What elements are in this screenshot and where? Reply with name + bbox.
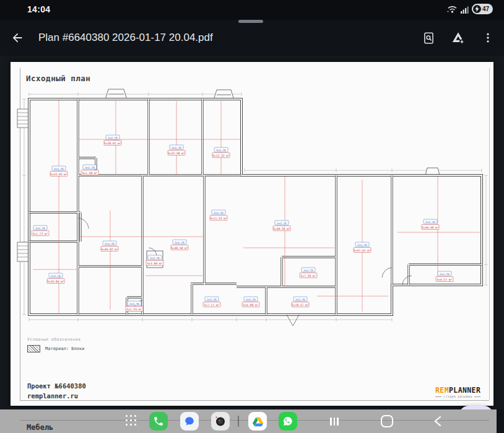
svg-text:h=2.70: h=2.70 <box>105 242 115 245</box>
svg-text:S=7.11 м²: S=7.11 м² <box>204 304 220 307</box>
pdf-page-1[interactable]: Исходный план <box>11 62 493 406</box>
window-symbols <box>105 89 440 175</box>
status-icons: 47 <box>447 4 493 14</box>
svg-text:h=2.70: h=2.70 <box>295 298 305 301</box>
overflow-menu-button[interactable] <box>476 25 500 50</box>
svg-text:S=49.28 м²: S=49.28 м² <box>273 227 290 230</box>
svg-text:S=3.00 м²: S=3.00 м² <box>147 262 163 265</box>
drive-add-icon <box>451 31 465 45</box>
home-button[interactable] <box>380 414 394 428</box>
taskbar: Мебель <box>0 409 497 433</box>
room-label: h=2.70S=28.01 м² <box>104 135 121 146</box>
legend-row: Материал: Блоки <box>27 345 84 352</box>
taskbar-divider <box>238 416 239 427</box>
drive-app-icon[interactable] <box>248 412 267 431</box>
svg-text:S=47.41 м²: S=47.41 м² <box>354 249 371 252</box>
back-arrow-icon <box>11 31 24 45</box>
room-label: h=2.70S=1.72 м² <box>32 225 49 236</box>
svg-text:h=2.70: h=2.70 <box>440 273 450 276</box>
app-drawer-button[interactable] <box>126 415 137 426</box>
clock: 14:04 <box>27 4 50 14</box>
back-chevron-icon <box>433 416 442 427</box>
svg-text:S=16.84 м²: S=16.84 м² <box>47 280 64 283</box>
svg-text:S=28.01 м²: S=28.01 м² <box>104 142 121 145</box>
find-in-page-icon <box>422 32 435 45</box>
legend-material: Материал: Блоки <box>45 346 84 351</box>
svg-text:h=2.70: h=2.70 <box>303 269 313 272</box>
room-label: h=2.70S=4.57 м² <box>436 271 453 282</box>
messages-app-icon[interactable] <box>180 412 199 431</box>
svg-text:S=44.40 м²: S=44.40 м² <box>422 226 439 229</box>
svg-text:h=2.70: h=2.70 <box>216 149 226 152</box>
room-label: h=2.70S=48.58 м² <box>171 240 188 250</box>
svg-text:h=2.70: h=2.70 <box>85 166 95 169</box>
camera-app-icon[interactable] <box>211 412 230 431</box>
room-label: h=2.70S=16.84 м² <box>47 273 64 284</box>
svg-text:h=2.70: h=2.70 <box>214 211 224 214</box>
svg-text:S=48.58 м²: S=48.58 м² <box>171 247 188 250</box>
room-label: h=2.70S=7.30 м² <box>300 268 317 278</box>
battery-indicator: 47 <box>472 4 493 14</box>
app-bar: Plan #6640380 2026-01-17 20.04.pdf <box>0 20 504 56</box>
svg-text:S=4.57 м²: S=4.57 м² <box>437 278 453 281</box>
svg-text:h=2.70: h=2.70 <box>172 146 181 149</box>
cell-signal-icon <box>461 5 469 14</box>
document-title: Plan #6640380 2026-01-17 20.04.pdf <box>38 32 416 44</box>
room-label: h=2.70S=1.35 м² <box>126 301 143 312</box>
back-nav-button[interactable] <box>430 414 445 428</box>
room-label: h=2.70S=44.92 м² <box>101 241 118 251</box>
logo-subtitle: СТУДИЯ ДИЗАЙНА <box>443 395 472 398</box>
wifi-icon <box>447 4 458 14</box>
battery-percent: 47 <box>482 6 489 12</box>
svg-text:h=2.70: h=2.70 <box>277 222 287 225</box>
recents-button[interactable] <box>327 414 342 428</box>
phone-app-icon[interactable] <box>149 412 168 431</box>
svg-text:h=2.70: h=2.70 <box>175 241 185 244</box>
room-label: h=2.70S=12.32 м² <box>212 147 230 158</box>
svg-text:S=11.23 м²: S=11.23 м² <box>210 217 227 220</box>
back-button[interactable] <box>5 25 30 50</box>
room-label: h=2.70S=44.40 м² <box>422 219 439 230</box>
charging-icon <box>473 5 481 13</box>
material-swatch <box>27 345 40 352</box>
drag-handle[interactable] <box>238 20 263 23</box>
room-label: h=2.70S=1.38 м² <box>81 165 98 175</box>
more-vert-icon <box>482 32 494 44</box>
remplanner-logo: REMPLANNER СТУДИЯ ДИЗАЙНА <box>435 386 480 398</box>
room-label: h=2.70S=4.98 м² <box>242 297 259 307</box>
walls <box>29 99 482 315</box>
room-label: h=2.70S=11.23 м² <box>210 210 227 221</box>
find-in-file-button[interactable] <box>416 25 441 50</box>
svg-text:h=2.70: h=2.70 <box>108 136 118 139</box>
svg-text:S=10.57 м²: S=10.57 м² <box>292 304 309 307</box>
add-to-drive-button[interactable] <box>446 25 471 50</box>
svg-text:h=2.70: h=2.70 <box>51 274 61 278</box>
room-label: h=2.70S=10.57 м² <box>292 297 309 307</box>
svg-text:h=2.70: h=2.70 <box>54 167 64 170</box>
whatsapp-app-icon[interactable] <box>279 412 297 431</box>
floor-plan-drawing: h=2.70S=28.01 м²h=2.70S=22.58 м²h=2.70S=… <box>11 62 493 406</box>
svg-text:S=12.32 м²: S=12.32 м² <box>212 154 230 157</box>
svg-text:h=2.70: h=2.70 <box>207 298 217 301</box>
svg-text:S=33.93 м²: S=33.93 м² <box>50 173 67 176</box>
legend-title: Условные обозначения <box>27 337 80 342</box>
room-label: h=2.70S=7.11 м² <box>203 297 220 307</box>
svg-text:h=2.70: h=2.70 <box>425 221 435 224</box>
site-url: remplanner.ru <box>27 392 78 400</box>
svg-text:S=1.35 м²: S=1.35 м² <box>127 308 142 311</box>
svg-text:h=2.70: h=2.70 <box>357 243 367 247</box>
pdf-viewer-canvas[interactable]: Исходный план <box>0 56 504 409</box>
svg-text:S=7.30 м²: S=7.30 м² <box>301 274 316 278</box>
home-icon <box>381 415 393 427</box>
svg-text:h=2.70: h=2.70 <box>129 302 139 305</box>
svg-text:S=1.72 м²: S=1.72 м² <box>33 232 48 235</box>
appbar-actions <box>416 25 500 50</box>
svg-text:S=1.38 м²: S=1.38 м² <box>82 172 98 175</box>
svg-text:S=22.58 м²: S=22.58 м² <box>168 152 185 155</box>
room-label: h=2.70S=49.28 м² <box>273 221 290 231</box>
room-label: h=2.70S=47.41 м² <box>354 242 371 253</box>
svg-text:h=2.70: h=2.70 <box>246 298 256 301</box>
project-number: Проект №6640380 <box>27 382 86 390</box>
svg-text:h=2.70: h=2.70 <box>150 256 160 260</box>
logo-rem: REM <box>435 386 449 395</box>
